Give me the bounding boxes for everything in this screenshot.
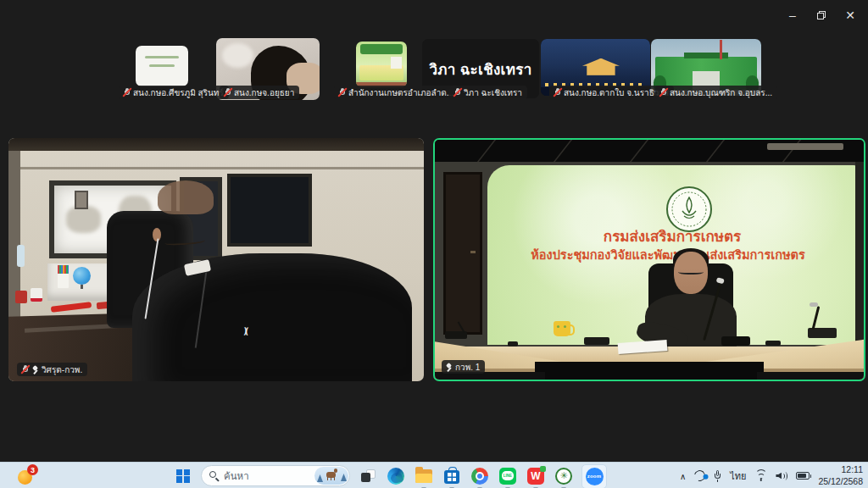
muted-mic-icon <box>20 364 29 374</box>
muted-mic-icon <box>122 87 131 97</box>
red-mug <box>15 291 27 303</box>
zoom-icon: zoom <box>586 468 604 485</box>
backdrop-title-line1: กรมส่งเสริมการเกษตร <box>487 225 857 247</box>
search-daily-image <box>314 467 348 485</box>
clock[interactable]: 12:11 25/12/2568 <box>818 464 863 486</box>
wps-icon: W <box>527 468 544 485</box>
tray-chevron-up-icon[interactable]: ∧ <box>680 472 686 481</box>
muted-mic-icon <box>223 87 231 97</box>
participant-name-pill: สำนักงานเกษตรอำเภอลำด... <box>334 86 459 99</box>
pin-icon <box>31 365 39 374</box>
close-icon: ✕ <box>845 8 855 22</box>
muted-mic-icon <box>453 87 461 97</box>
doae-app-button[interactable]: ✳ <box>554 466 574 486</box>
glasses <box>678 269 704 274</box>
green-org-icon: ✳ <box>555 468 572 485</box>
minimize-button[interactable]: – <box>782 5 804 25</box>
edge-icon <box>387 468 404 485</box>
remote <box>508 341 518 347</box>
participant-name-label: วิภา ฉะเชิงเทรา <box>464 86 522 99</box>
participant-thumbnail-3[interactable] <box>356 42 407 87</box>
muted-mic-icon <box>659 87 667 97</box>
participant-display-name: วิภา ฉะเชิงเทรา <box>430 58 532 80</box>
line-button[interactable]: LINE <box>498 466 518 486</box>
edge-button[interactable] <box>386 466 406 486</box>
zoom-app-button[interactable]: zoom <box>581 464 607 488</box>
zoom-meeting-window: – ✕ วิภา ฉะเชิงเทรา <box>0 0 868 488</box>
start-button[interactable] <box>173 466 193 486</box>
wifi-icon[interactable] <box>754 471 767 481</box>
date-label: 25/12/2568 <box>818 476 863 487</box>
participant-name-label: สำนักงานเกษตรอำเภอลำด... <box>348 86 453 99</box>
close-button[interactable]: ✕ <box>839 5 861 25</box>
search-icon <box>209 471 219 480</box>
main-video-tile-right-active[interactable]: กรมส่งเสริมการเกษตร ห้องประชุมกองวิจัยแล… <box>433 138 865 381</box>
participant-name-label: สนง.กษอ.บุณฑริก จ.อุบลร... <box>670 86 772 99</box>
store-icon <box>444 470 459 484</box>
water-bottle <box>17 245 25 267</box>
desk-globe <box>73 267 91 285</box>
title-bar: – ✕ <box>0 0 868 30</box>
wall-frame <box>75 191 88 209</box>
wps-office-button[interactable]: W <box>526 466 546 486</box>
participant-name-label: วิศรุต-กวพ. <box>42 363 82 376</box>
white-mug <box>31 288 42 302</box>
sync-status-icon[interactable] <box>693 469 708 484</box>
ceiling-light <box>767 143 843 150</box>
participant-thumbnail-1[interactable] <box>136 46 188 86</box>
document-card-video <box>136 46 188 86</box>
pen-cup <box>58 274 69 288</box>
restore-icon <box>817 11 826 19</box>
minimize-icon: – <box>789 8 796 22</box>
item <box>765 341 781 346</box>
tray-microphone-icon[interactable] <box>714 470 721 481</box>
brand-logo: )( <box>244 325 259 336</box>
mic-base <box>721 336 750 346</box>
main-tile-name-pill: วิศรุต-กวพ. <box>17 363 87 376</box>
muted-mic-icon <box>337 87 346 97</box>
desk-microphone <box>808 328 837 338</box>
main-tile-name-pill: กวพ. 1 <box>442 360 485 374</box>
participant-name-pill: สนง.กษจ.อยุธยา <box>220 86 299 99</box>
participant-name-label: สนง.กษอ.ตากใบ จ.นราธิวาส <box>564 86 669 99</box>
office-card-video <box>356 42 407 87</box>
restore-button[interactable] <box>810 5 832 25</box>
chrome-icon <box>471 468 488 485</box>
file-explorer-button[interactable] <box>414 466 434 486</box>
taskbar-search[interactable] <box>201 465 350 486</box>
desk-microphone <box>445 331 467 339</box>
folder-icon <box>415 469 432 483</box>
participant-name-label: กวพ. 1 <box>455 361 480 374</box>
windows-logo-icon <box>176 469 190 483</box>
line-icon: LINE <box>499 468 516 485</box>
microsoft-store-button[interactable] <box>442 466 462 486</box>
yellow-mug <box>554 321 570 336</box>
task-view-icon <box>361 469 376 482</box>
pens <box>58 265 69 274</box>
dark-window <box>227 174 312 247</box>
participant-name-label: สนง.กษจ.อยุธยา <box>234 86 294 99</box>
pin-icon <box>445 363 453 372</box>
notification-badge: 3 <box>27 464 38 475</box>
main-video-tile-left[interactable]: )( วิศรุต-กวพ. <box>8 138 424 381</box>
search-input[interactable] <box>224 471 309 481</box>
participant-name-pill: สนง.กษอ.บุณฑริก จ.อุบลร... <box>655 86 777 99</box>
participant-name-pill: วิภา ฉะเชิงเทรา <box>449 86 527 99</box>
participant-name-label: สนง.กษอ.ศีขรภูมิ สุรินทร์ <box>133 86 224 99</box>
chrome-button[interactable] <box>470 466 490 486</box>
language-indicator[interactable]: ไทย <box>730 469 746 484</box>
time-label: 12:11 <box>818 464 863 475</box>
battery-icon[interactable] <box>796 472 810 480</box>
backdrop-title-line2: ห้องประชุมกองวิจัยและพัฒนางานส่งเสริมการ… <box>469 245 865 264</box>
windows-taskbar: 3 <box>0 462 868 488</box>
task-view-button[interactable] <box>358 466 378 486</box>
muted-mic-icon <box>553 87 561 97</box>
man-black-jacket <box>132 253 412 381</box>
volume-icon[interactable] <box>776 471 787 481</box>
participant-name-pill: สนง.กษอ.ศีขรภูมิ สุรินทร์ <box>119 86 229 99</box>
phone <box>584 337 609 345</box>
widgets-button[interactable]: 3 <box>17 466 37 486</box>
